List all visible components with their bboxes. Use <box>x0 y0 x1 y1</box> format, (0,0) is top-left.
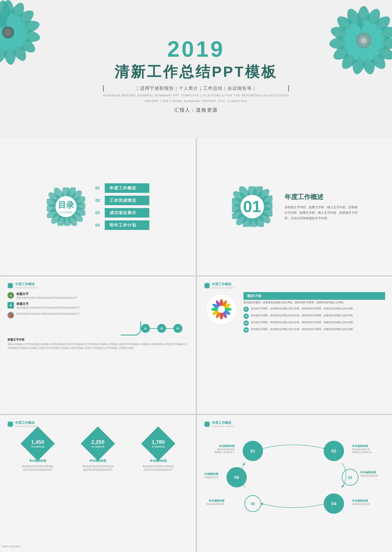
svg-text:单击此处添加文本: 单击此处添加文本 <box>207 503 224 505</box>
annual-footer: 标题文字内容 请输入内容输入文字内内容输入内容输入内容内容输入内容文字内容输入文… <box>7 338 189 350</box>
svg-text:单击编辑标题: 单击编辑标题 <box>204 472 218 475</box>
svg-text:单击此处添加文本: 单击此处添加文本 <box>352 448 370 451</box>
project-plan-title: 项目计划 <box>244 292 385 300</box>
project-row-4: 04 您内如打开量里，或者请在这里输入的文本框。您的内容打开量里，或者请在这里输… <box>244 327 385 333</box>
project-flower-icon <box>204 283 210 288</box>
svg-point-144 <box>206 423 208 425</box>
svg-point-135 <box>9 423 11 425</box>
section01-info: 年度工作概述 請替換文字內容，點擊文字框，輸入文字內容。請替換文字內容，點擊文字… <box>285 193 357 221</box>
hero-slide: 2019 清新工作总结PPT模板 ｜适用于述职报告｜个人简介｜工作总结｜会议报告… <box>0 0 392 138</box>
cycle-header-text: 年度工作概述 Annual work summary <box>212 421 234 427</box>
step-3: 03 <box>173 324 182 333</box>
cycle-svg: 01 单击编辑标题 单击此处添加文本 框框输入文本框大小 02 单击编辑标题 单… <box>204 431 383 520</box>
steps-circles: 01 02 03 <box>141 324 182 333</box>
timeline-icon-1: ▲ <box>7 292 14 299</box>
slide-annual-timeline: 年度工作概述 Annual work summary ▲ 标题文字 单击此处可以… <box>0 276 196 414</box>
menu-bar-1: 年度工作概述 <box>105 183 149 193</box>
svg-text:单击编辑标题: 单击编辑标题 <box>219 444 235 447</box>
timeline-content-1: 标题文字 单击此处可以添加文本单击此处也可以单击此处添加文字 <box>16 292 77 300</box>
project-art <box>204 292 239 327</box>
slide-contents: 目录 CONTENTS 01 年度工作概述 02 工作完成情况 03 成功项目展… <box>0 138 196 275</box>
stat-diamond-inner-1: 1,450 单击编辑标题 <box>31 439 44 448</box>
slide-section01: 01 年度工作概述 請替換文字內容，點擊文字框，輸入文字內容。請替換文字內容，點… <box>197 138 392 275</box>
svg-point-103 <box>9 285 11 287</box>
contents-en: CONTENTS <box>60 211 72 214</box>
step-connector-1 <box>150 328 157 329</box>
svg-text:06: 06 <box>234 475 239 480</box>
svg-text:03: 03 <box>348 476 352 480</box>
project-art-svg <box>205 293 238 326</box>
hero-subtitle: ｜适用于述职报告｜个人简介｜工作总结｜会议报告等｜ <box>103 85 289 91</box>
contents-flower: 目录 CONTENTS <box>47 187 85 226</box>
stat-item-3: 1,780 单击编辑标题 单击编辑标题 单击此处可以添加文本单击此处也可以单击此… <box>142 432 175 472</box>
hero-year: 2019 <box>103 37 289 61</box>
slide-cycle: 年度工作概述 Annual work summary <box>197 415 392 552</box>
svg-text:05: 05 <box>251 502 255 506</box>
project-row-num-3: 03 <box>244 321 249 326</box>
stats-flower-icon <box>7 421 13 427</box>
timeline-item-1: ▲ 标题文字 单击此处可以添加文本单击此处也可以单击此处添加文字 <box>7 292 189 300</box>
section01-desc: 請替換文字內容，點擊文字框，輸入文字內容。請替換文字內容，點擊文字框，輸入文字內… <box>285 204 357 221</box>
timeline-item-3: 🍎 单击此处也可以添加文本单击此处也可以单击此处添加文字 <box>7 312 189 318</box>
menu-num-3: 03 <box>95 210 101 215</box>
timeline-content-2: 标题文字 单击此处也可以添加文本单击此处也可以单击此处添加文字 <box>16 302 80 309</box>
svg-text:02: 02 <box>331 448 336 454</box>
menu-num-2: 02 <box>95 198 101 203</box>
cycle-header: 年度工作概述 Annual work summary <box>204 421 385 427</box>
stats-row: 1,450 单击编辑标题 单击编辑标题 单击此处可以添加文本单击此处也可以单击此… <box>7 432 189 472</box>
flower-decoration-left <box>0 0 59 67</box>
svg-point-60 <box>360 37 367 44</box>
project-plan-desc: 您内如打开量里，或者请在这里输入的文本框。您的内容打开量里，或者请在这里输入文本… <box>244 300 385 304</box>
slide-stats: 年度工作概述 Annual work summary 1,450 单击编辑标题 … <box>0 415 196 552</box>
stat-diamond-inner-3: 1,780 单击编辑标题 <box>152 439 165 448</box>
step-connector-2 <box>166 328 173 329</box>
svg-text:01: 01 <box>250 448 255 454</box>
hero-en-line2: REPORT | BIO | WORK SUMMARY REPORT, ETC.… <box>103 99 289 103</box>
cycle-flower-icon <box>204 421 210 427</box>
step-1: 01 <box>141 324 150 333</box>
contents-cn: 目录 <box>58 199 74 210</box>
project-body: 项目计划 您内如打开量里，或者请在这里输入的文本框。您的内容打开量里，或者请在这… <box>204 292 385 333</box>
project-plan-content: 项目计划 您内如打开量里，或者请在这里输入的文本框。您的内容打开量里，或者请在这… <box>244 292 385 333</box>
hero-title: 清新工作总结PPT模板 <box>103 62 289 82</box>
svg-point-112 <box>206 285 208 287</box>
project-row-2: 02 您内如打开量里，或者请在这里输入的文本框。您的内容打开量里，或者请在这里输… <box>244 314 385 319</box>
step-2: 02 <box>157 324 166 333</box>
hero-reporter: 汇报人：道格资源 <box>103 107 289 113</box>
slide-project: 年度工作概述 Annual work summary <box>197 276 392 414</box>
timeline-icon-3: 🍎 <box>7 312 14 318</box>
contents-menu: 01 年度工作概述 02 工作完成情况 03 成功项目展示 04 明年工作计划 <box>95 183 149 230</box>
annual-header: 年度工作概述 Annual work summary <box>7 282 189 289</box>
stats-header-text: 年度工作概述 Annual work summary <box>15 421 37 427</box>
project-row-text-1: 您内如打开量里，或者请在这里输入的文本框。您的内容打开量里，或者请在这里输入的文… <box>251 307 355 311</box>
hero-en-line1: BUSINESS REPORT GENERAL SUMMARY PPT TEMP… <box>103 94 289 97</box>
project-row-num-4: 04 <box>244 327 249 333</box>
curve-connector <box>121 321 141 335</box>
menu-bar-3: 成功项目展示 <box>105 208 149 217</box>
stat-diamond-2: 2,250 单击编辑标题 <box>81 426 115 461</box>
svg-text:框框输入文本框大小: 框框输入文本框大小 <box>215 451 235 453</box>
stat-diamond-inner-2: 2,250 单击编辑标题 <box>91 439 105 448</box>
slides-grid: 目录 CONTENTS 01 年度工作概述 02 工作完成情况 03 成功项目展… <box>0 138 392 552</box>
section01-flower: 01 <box>232 186 273 227</box>
svg-text:单击编辑标题: 单击编辑标题 <box>360 471 376 474</box>
stat-diamond-3: 1,780 单击编辑标题 <box>141 426 175 461</box>
svg-text:单击此处添加文本: 单击此处添加文本 <box>360 475 378 477</box>
work-summary-label: work summary <box>2 545 21 548</box>
contents-label: 目录 CONTENTS <box>58 199 74 214</box>
menu-num-4: 04 <box>95 223 101 227</box>
stat-item-2: 2,250 单击编辑标题 单击编辑标题 单击此处可以添加文本单击此处也可以单击此… <box>82 432 114 472</box>
steps-area: 01 02 03 <box>7 321 189 335</box>
annual-flower-icon <box>7 283 13 288</box>
project-row-text-4: 您内如打开量里，或者请在这里输入的文本框。您的内容打开量里，或者请在这里输入的文… <box>251 327 355 331</box>
project-row-3: 03 您内如打开量里，或者请在这里输入的文本框。您的内容打开量里，或者请在这里输… <box>244 321 385 326</box>
project-header: 年度工作概述 Annual work summary <box>204 282 385 289</box>
menu-item-2: 02 工作完成情况 <box>95 196 149 205</box>
menu-item-1: 01 年度工作概述 <box>95 183 149 193</box>
svg-text:单击编辑标题: 单击编辑标题 <box>209 499 224 502</box>
menu-bar-4: 明年工作计划 <box>105 220 149 230</box>
section01-number: 01 <box>243 197 261 216</box>
project-row-text-2: 您内如打开量里，或者请在这里输入的文本框。您的内容打开量里，或者请在这里输入的文… <box>251 314 355 317</box>
project-rows: 01 您内如打开量里，或者请在这里输入的文本框。您的内容打开量里，或者请在这里输… <box>244 307 385 333</box>
svg-text:单击此处添加文本: 单击此处添加文本 <box>204 476 218 478</box>
